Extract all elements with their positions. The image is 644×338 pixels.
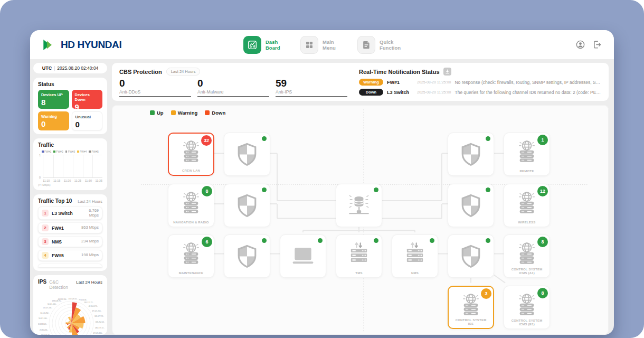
node-wireless[interactable]: 12WIRELESS (504, 184, 550, 227)
node-navigation-radio[interactable]: 8NAVIGATION & RADIO (168, 184, 214, 227)
node-control-icms-a1[interactable]: 8CONTROL SYSTEMICMS (A1) (504, 234, 550, 278)
status-tile-warning[interactable]: Warning 0 (38, 111, 69, 130)
node-crew-lan[interactable]: 32CREW LAN (168, 133, 214, 176)
clock-separator: | (54, 65, 55, 71)
server-stack-icon (402, 240, 428, 266)
node-status-dot (262, 187, 267, 192)
traffic-value: 863 Mbps (81, 226, 99, 230)
status-tile-unusual[interactable]: Unusual 0 (72, 111, 103, 130)
legend-up: Up (150, 110, 164, 116)
device-name: FW#5 (52, 253, 78, 258)
utc-clock: UTC | 2025.08.20 02:40:04 (33, 63, 107, 73)
shield-icon (457, 242, 485, 270)
status-tile-devices-up[interactable]: Devices UP 8 (38, 90, 69, 109)
metric-anti-malware: 0 Anti-Malware (197, 78, 269, 97)
legend-warning-swatch (171, 110, 176, 115)
dashboard-chart-icon (243, 36, 261, 54)
top10-row[interactable]: 3 NMS 234 Mbps (38, 236, 102, 247)
metric-anti-ddos: 0 Anti-DDoS (119, 78, 191, 97)
top10-period: Last 24 Hours (78, 199, 102, 204)
logout-icon[interactable] (592, 40, 602, 50)
nav-quick-function-button[interactable]: Quick Function (357, 36, 401, 54)
node-alert-badge: 8 (537, 288, 548, 298)
legend-down: Down (205, 110, 225, 116)
globe-stack-icon (178, 240, 204, 266)
ips-card: IPS C&C Detection Last 24 Hours 135.628.… (33, 275, 107, 335)
node-maintenance[interactable]: 6MAINTENANCE (168, 234, 214, 278)
globe-stack-icon (178, 189, 204, 215)
main-content: CBS Protection Last 24 Hours 0 Anti-DDoS… (112, 63, 609, 335)
rose-ip-label: 185.177.72.. (84, 302, 93, 304)
traffic-top10-card: Traffic Top 10 Last 24 Hours 1 L3 Switch… (33, 194, 107, 271)
node-control-icms-b1[interactable]: 8CONTROL SYSTEMICMS (B1) (504, 286, 550, 329)
notification-time: 2025-08-20 11:25:00 (417, 80, 451, 84)
notification-download-button[interactable] (443, 68, 451, 76)
x-tick-label: 11:35 (96, 179, 102, 182)
node-status-dot (318, 238, 323, 243)
node-status-dot (374, 187, 378, 192)
top10-row[interactable]: 1 L3 Switch 6,769 Mbps (38, 206, 102, 220)
shield-icon (457, 192, 485, 219)
x-tick-label: 11:20 (64, 179, 71, 182)
notification-item[interactable]: Warning FW#1 2025-08-20 11:25:00 No resp… (359, 79, 601, 86)
rose-ip-label: 43.252.116.. (58, 298, 67, 301)
tile-label: Warning (41, 114, 66, 119)
main-nav: Dash Board Main Menu Quick Function (243, 30, 401, 59)
node-control-iss[interactable]: 3CONTROL SYSTEMISS (448, 286, 494, 329)
cbs-period-pill: Last 24 Hours (166, 68, 201, 76)
top10-row[interactable]: 2 FW#1 863 Mbps (38, 222, 102, 233)
node-firewall-crew[interactable] (224, 133, 270, 176)
node-alert-badge: 6 (202, 237, 212, 247)
nav-dashboard-button[interactable]: Dash Board (243, 36, 287, 54)
node-tms[interactable]: TMS (336, 234, 382, 278)
globe-stack-icon (458, 291, 484, 317)
traffic-plot-area (43, 155, 102, 178)
nav-main-menu-button[interactable]: Main Menu (300, 36, 344, 54)
node-status-dot (262, 136, 267, 141)
clock-datetime: 2025.08.20 02:40:04 (57, 65, 98, 71)
traffic-chart: 1 0 (43, 155, 102, 178)
node-label: CREW LAN (171, 169, 212, 173)
rank-badge: 1 (42, 210, 49, 217)
node-core-switch[interactable] (336, 184, 382, 227)
laptop-icon (289, 243, 317, 269)
node-firewall-wireless[interactable] (448, 184, 494, 227)
node-workstation[interactable] (280, 234, 326, 278)
y-min-label: 0 (39, 176, 41, 179)
node-label: MAINTENANCE (170, 271, 212, 275)
top10-row[interactable]: 4 FW#5 198 Mbps (38, 250, 102, 261)
node-alert-badge: 1 (537, 135, 548, 145)
node-status-dot (486, 136, 490, 141)
rose-ip-label: 79.124.58.. (79, 299, 87, 301)
node-remote[interactable]: 1REMOTE (504, 133, 550, 176)
sidebar: UTC | 2025.08.20 02:40:04 Status Devices… (33, 63, 107, 335)
app-window: HD HYUNDAI Dash Board Main Menu Quick Fu… (30, 30, 614, 335)
arrow-down-icon (445, 69, 450, 74)
status-title: Status (38, 81, 102, 87)
node-firewall-nav[interactable] (224, 184, 270, 227)
node-nms[interactable]: NMS (392, 234, 438, 278)
legend-label: Up (157, 110, 164, 116)
tile-label: Devices UP (41, 92, 66, 97)
node-firewall-remote[interactable] (448, 133, 494, 176)
node-status-dot (262, 238, 267, 243)
traffic-value: 198 Mbps (81, 253, 99, 258)
node-firewall-control[interactable] (448, 234, 494, 278)
notification-badge: Down (359, 89, 383, 96)
node-label: NAVIGATION & RADIO (170, 221, 212, 224)
rose-ip-label: 135.628.50.. (68, 298, 78, 300)
legend-label: Warning (178, 110, 198, 116)
node-firewall-maintenance[interactable] (224, 234, 270, 278)
notification-item[interactable]: Down L3 Switch 2025-08-20 11:25:00 The q… (359, 89, 601, 96)
profile-icon[interactable] (575, 40, 585, 50)
app-body: UTC | 2025.08.20 02:40:04 Status Devices… (30, 59, 614, 335)
y-max-label: 1 (39, 154, 41, 157)
globe-stack-icon (514, 291, 540, 317)
status-tile-devices-down[interactable]: Devices Down 9 (72, 90, 103, 109)
rose-ip-label: 23.35.216.. (40, 329, 48, 331)
rank-badge: 3 (42, 238, 49, 245)
notification-time: 2025-08-20 11:25:00 (417, 90, 451, 94)
traffic-value: 6,769 Mbps (79, 209, 99, 218)
top10-title: Traffic Top 10 (38, 198, 72, 204)
ips-period: Last 24 Hours (76, 280, 102, 285)
